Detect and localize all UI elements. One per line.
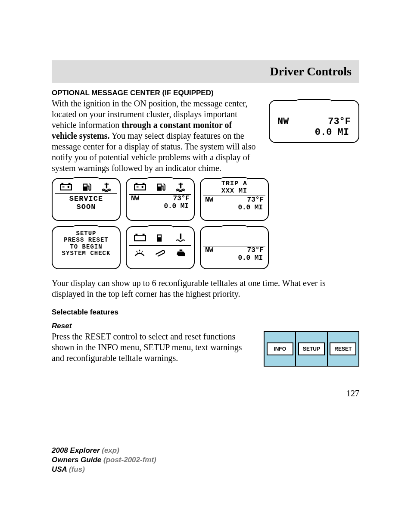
coolant-icon	[101, 182, 112, 192]
footer-text: (post-2002-fmt)	[101, 456, 156, 464]
page-number: 127	[52, 389, 359, 398]
lcd-compass: NW	[205, 246, 213, 254]
section-heading: OPTIONAL MESSAGE CENTER (IF EQUIPPED)	[52, 89, 359, 97]
lcd-line: SYSTEM CHECK	[55, 250, 117, 257]
fuel-icon	[82, 182, 91, 192]
svg-rect-19	[178, 184, 183, 184]
svg-rect-1	[62, 183, 64, 185]
lcd-compass: NW	[205, 196, 213, 204]
footer-text: USA	[52, 465, 67, 473]
lcd-cell-telltales	[126, 226, 195, 269]
lcd-line: XXX MI	[203, 188, 265, 195]
lcd-line: PRESS RESET	[55, 237, 117, 243]
subsection-heading: Selectable features	[52, 308, 359, 317]
svg-rect-25	[180, 233, 181, 239]
footer-text: Owners Guide	[52, 456, 101, 464]
lcd-compass: NW	[277, 116, 289, 127]
engine-icon	[176, 249, 187, 258]
svg-rect-8	[106, 183, 107, 188]
body-paragraph: Press the RESET control to select and re…	[52, 331, 251, 364]
battery-icon	[60, 182, 72, 192]
lcd-temp: 73°F	[328, 116, 351, 127]
battery-icon	[134, 233, 146, 243]
subsubsection-heading: Reset	[52, 322, 359, 330]
washer-icon	[134, 249, 146, 258]
lcd-line: TRIP A	[203, 180, 265, 188]
svg-rect-24	[158, 236, 161, 237]
svg-rect-0	[60, 184, 72, 190]
svg-rect-7	[84, 185, 87, 187]
coolant-icon	[175, 233, 187, 243]
chapter-header: Driver Controls	[52, 60, 359, 83]
body-paragraph: Your display can show up to 6 reconfigur…	[52, 278, 359, 299]
lcd-odometer: 0.0 MI	[203, 204, 265, 212]
lcd-line: TO BEGIN	[55, 244, 117, 250]
svg-rect-9	[104, 184, 109, 184]
button-panel: INFO SETUP RESET	[264, 331, 359, 367]
lcd-temp: 73°F	[173, 195, 190, 202]
fuel-icon	[156, 233, 165, 243]
lcd-odometer: 0.0 MI	[203, 254, 265, 262]
svg-rect-18	[180, 183, 181, 188]
lcd-cell-service: SERVICE SOON	[52, 178, 121, 221]
svg-rect-26	[179, 249, 182, 251]
svg-rect-17	[158, 185, 161, 187]
svg-rect-2	[68, 183, 71, 185]
footer: 2008 Explorer (exp) Owners Guide (post-2…	[52, 446, 359, 474]
svg-rect-22	[143, 234, 145, 236]
lcd-temp: 73°F	[247, 196, 264, 204]
setup-button[interactable]: SETUP	[298, 342, 325, 355]
lcd-line: SETUP	[55, 230, 117, 237]
lcd-odometer: 0.0 MI	[274, 127, 354, 138]
chapter-title: Driver Controls	[59, 65, 352, 81]
lcd-main-display: NW 73°F 0.0 MI	[269, 100, 359, 143]
lcd-temp: 73°F	[247, 246, 264, 254]
reset-button[interactable]: RESET	[330, 342, 356, 355]
lcd-cell-setup: SETUP PRESS RESET TO BEGIN SYSTEM CHECK	[52, 226, 121, 269]
svg-rect-12	[143, 183, 145, 185]
footer-text: 2008 Explorer	[52, 446, 100, 454]
footer-text: (exp)	[100, 446, 119, 454]
svg-rect-21	[136, 234, 138, 236]
lcd-cell-status: NW73°F 0.0 MI	[126, 178, 195, 221]
lcd-compass: NW	[131, 195, 139, 202]
svg-rect-10	[134, 184, 146, 190]
battery-icon	[134, 182, 146, 192]
lcd-line: SOON	[55, 203, 117, 212]
info-button[interactable]: INFO	[267, 342, 293, 355]
coolant-icon	[175, 182, 187, 192]
fuel-icon	[156, 182, 165, 192]
lcd-cell-plain: NW73°F 0.0 MI	[200, 226, 269, 269]
lcd-cell-trip: TRIP A XXX MI NW73°F 0.0 MI	[200, 178, 269, 221]
wrench-icon	[155, 249, 167, 258]
lcd-line: SERVICE	[55, 195, 117, 203]
footer-text: (fus)	[67, 465, 85, 473]
svg-rect-11	[136, 183, 138, 185]
body-paragraph: With the ignition in the ON position, th…	[52, 98, 256, 174]
svg-rect-20	[134, 235, 146, 241]
lcd-odometer: 0.0 MI	[129, 202, 191, 210]
